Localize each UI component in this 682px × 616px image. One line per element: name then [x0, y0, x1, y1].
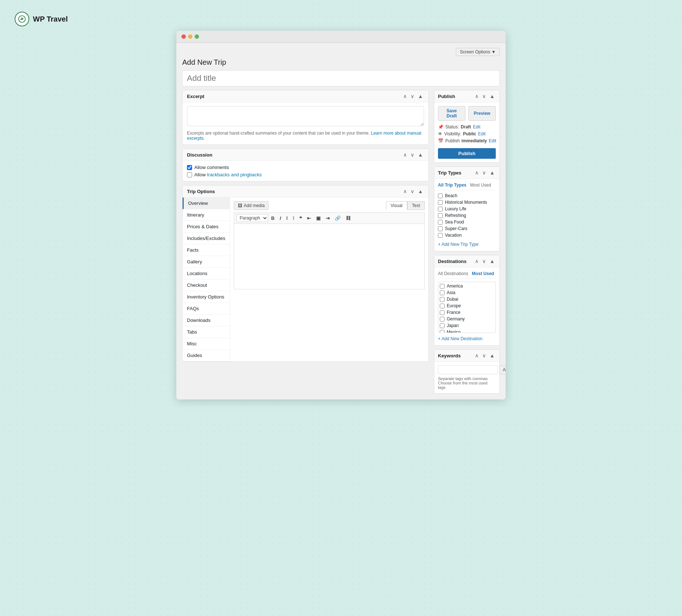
view-tab-text[interactable]: Text — [407, 201, 425, 210]
format-italic[interactable]: I — [277, 214, 283, 222]
destination-japan-checkbox[interactable] — [440, 323, 445, 328]
keyword-input[interactable] — [438, 365, 498, 374]
destination-japan[interactable]: Japan — [440, 323, 494, 328]
trip-types-tab-most-used[interactable]: Most Used — [470, 183, 491, 188]
sidebar-item-locations[interactable]: Locations — [183, 268, 230, 279]
trip-type-super-cars-checkbox[interactable] — [438, 226, 443, 231]
format-ul[interactable]: ⁞ — [284, 214, 290, 222]
destinations-collapse-up[interactable]: ∧ — [474, 258, 480, 264]
trackbacks-link[interactable]: trackbacks and pingbacks — [207, 172, 262, 177]
keywords-collapse-up[interactable]: ∧ — [474, 353, 480, 358]
add-media-button[interactable]: 🖼 Add media — [234, 201, 269, 210]
publish-collapse-down[interactable]: ∨ — [481, 93, 487, 99]
destinations-collapse-toggle[interactable]: ▲ — [488, 258, 496, 264]
excerpt-collapse-down[interactable]: ∨ — [409, 93, 415, 99]
format-ol[interactable]: ⁝ — [291, 214, 296, 222]
trip-types-collapse-up[interactable]: ∧ — [474, 170, 480, 176]
destination-europe-checkbox[interactable] — [440, 304, 445, 308]
destination-europe[interactable]: Europe — [440, 303, 494, 308]
format-align-left[interactable]: ⇤ — [305, 214, 313, 222]
dot-green[interactable] — [195, 34, 199, 39]
publish-collapse-toggle[interactable]: ▲ — [488, 93, 496, 99]
publish-collapse-up[interactable]: ∧ — [474, 93, 480, 99]
destinations-tab-most-used[interactable]: Most Used — [472, 271, 494, 276]
save-draft-button[interactable]: Save Draft — [438, 106, 465, 121]
trip-type-sea-food[interactable]: Sea Food — [438, 219, 496, 225]
status-edit-link[interactable]: Edit — [473, 124, 480, 129]
dot-yellow[interactable] — [188, 34, 192, 39]
discussion-collapse-down[interactable]: ∨ — [409, 152, 415, 158]
destinations-collapse-down[interactable]: ∨ — [481, 258, 487, 264]
sidebar-item-faqs[interactable]: FAQs — [183, 303, 230, 315]
destination-france[interactable]: France — [440, 310, 494, 315]
allow-comments-row[interactable]: Allow comments — [187, 165, 424, 170]
trip-type-historical-monuments-checkbox[interactable] — [438, 200, 443, 205]
sidebar-item-downloads[interactable]: Downloads — [183, 315, 230, 326]
trip-type-historical-monuments[interactable]: Historical Monuments — [438, 200, 496, 205]
excerpt-textarea[interactable] — [187, 106, 424, 126]
discussion-collapse-toggle[interactable]: ▲ — [417, 152, 424, 158]
add-trip-type-link[interactable]: + Add New Trip Type — [438, 242, 479, 247]
discussion-collapse-up[interactable]: ∧ — [402, 152, 408, 158]
excerpt-collapse-toggle[interactable]: ▲ — [417, 93, 424, 99]
sidebar-item-tabs[interactable]: Tabs — [183, 326, 230, 338]
add-keyword-button[interactable]: Add — [499, 365, 506, 374]
format-select[interactable]: Paragraph — [236, 214, 268, 222]
visibility-edit-link[interactable]: Edit — [478, 131, 486, 136]
keywords-collapse-down[interactable]: ∨ — [481, 353, 487, 358]
sidebar-item-itinerary[interactable]: Itinerary — [183, 209, 230, 221]
trip-type-vacation[interactable]: Vacation — [438, 233, 496, 238]
destination-germany[interactable]: Germany — [440, 316, 494, 322]
destination-germany-checkbox[interactable] — [440, 317, 445, 322]
trip-types-collapse-toggle[interactable]: ▲ — [488, 170, 496, 176]
destination-asia[interactable]: Asia — [440, 290, 494, 295]
trip-type-luxury-life-checkbox[interactable] — [438, 207, 443, 211]
sidebar-item-misc[interactable]: Misc — [183, 338, 230, 350]
preview-button[interactable]: Preview — [468, 106, 496, 121]
sidebar-item-gallery[interactable]: Gallery — [183, 256, 230, 268]
trip-type-super-cars[interactable]: Super-Cars — [438, 226, 496, 231]
sidebar-item-inventory[interactable]: Inventory Options — [183, 291, 230, 303]
destinations-scroll-list[interactable]: America Asia Dubai — [438, 282, 496, 333]
sidebar-item-includes-excludes[interactable]: Includes/Excludes — [183, 233, 230, 244]
excerpt-collapse-up[interactable]: ∧ — [402, 93, 408, 99]
sidebar-item-prices-dates[interactable]: Prices & Dates — [183, 221, 230, 233]
format-bold[interactable]: B — [269, 214, 277, 222]
trip-types-tab-all[interactable]: All Trip Types — [438, 183, 466, 188]
format-blockquote[interactable]: ❝ — [297, 214, 304, 222]
destination-asia-checkbox[interactable] — [440, 290, 445, 295]
screen-options-button[interactable]: Screen Options ▼ — [456, 48, 500, 56]
view-tab-visual[interactable]: Visual — [386, 201, 407, 210]
publish-button[interactable]: Publish — [438, 148, 496, 159]
sidebar-item-overview[interactable]: Overview — [183, 198, 230, 209]
destination-america-checkbox[interactable] — [440, 284, 445, 289]
destination-dubai[interactable]: Dubai — [440, 297, 494, 302]
publish-time-edit-link[interactable]: Edit — [489, 138, 496, 143]
allow-trackbacks-row[interactable]: Allow trackbacks and pingbacks — [187, 172, 424, 177]
trip-type-luxury-life[interactable]: Luxury Life — [438, 206, 496, 211]
sidebar-item-facts[interactable]: Facts — [183, 244, 230, 256]
editor-content-area[interactable] — [234, 224, 425, 289]
sidebar-item-guides[interactable]: Guides — [183, 350, 230, 361]
format-unlink[interactable]: ⛓ — [344, 214, 353, 222]
trip-type-vacation-checkbox[interactable] — [438, 233, 443, 238]
trip-type-beach-checkbox[interactable] — [438, 194, 443, 198]
trip-options-collapse-up[interactable]: ∧ — [402, 188, 408, 194]
sidebar-item-checkout[interactable]: Checkout — [183, 279, 230, 291]
trip-options-collapse-down[interactable]: ∨ — [409, 188, 415, 194]
add-destination-link[interactable]: + Add New Destination — [438, 336, 483, 341]
format-link[interactable]: 🔗 — [333, 214, 343, 222]
trip-title-input[interactable] — [182, 70, 500, 86]
destination-america[interactable]: America — [440, 283, 494, 289]
trip-options-collapse-toggle[interactable]: ▲ — [417, 188, 424, 194]
destination-mexico-checkbox[interactable] — [440, 330, 445, 333]
trip-type-sea-food-checkbox[interactable] — [438, 220, 443, 225]
destinations-tab-all[interactable]: All Destinations — [438, 271, 468, 276]
trip-type-beach[interactable]: Beach — [438, 193, 496, 198]
format-align-right[interactable]: ⇥ — [323, 214, 332, 222]
destination-dubai-checkbox[interactable] — [440, 297, 445, 302]
allow-trackbacks-checkbox[interactable] — [187, 172, 192, 177]
trip-type-refreshing-checkbox[interactable] — [438, 213, 443, 218]
allow-comments-checkbox[interactable] — [187, 165, 192, 170]
format-align-center[interactable]: ▣ — [314, 214, 323, 222]
